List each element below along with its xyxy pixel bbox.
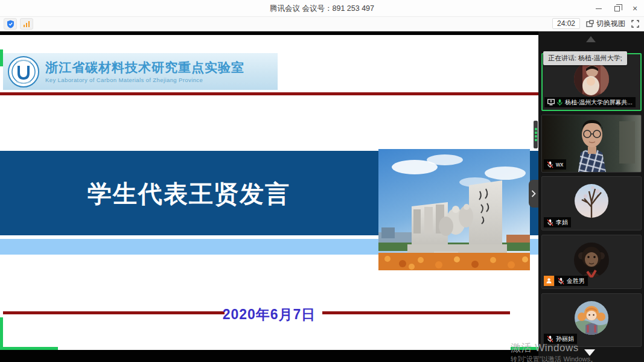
close-button[interactable]: × — [626, 0, 644, 17]
fullscreen-icon — [631, 20, 639, 28]
window-title: 腾讯会议 会议号：891 253 497 — [0, 4, 644, 14]
minimize-button[interactable] — [590, 0, 608, 17]
participant-name: 李娟 — [556, 218, 568, 227]
mic-muted-icon — [558, 278, 564, 285]
avatar — [574, 62, 609, 97]
slide-title-text: 学生代表王贤发言 — [88, 177, 290, 211]
participant-tile-3[interactable]: 李娟 — [541, 176, 642, 230]
share-border-segment — [0, 49, 3, 66]
windows-activation-watermark: 激活 Windows — [511, 341, 579, 355]
avatar — [574, 243, 609, 278]
share-border-segment — [0, 317, 3, 350]
mic-on-icon — [557, 99, 563, 106]
member-badge-icon — [544, 276, 554, 286]
close-icon: × — [633, 4, 637, 13]
avatar — [575, 301, 608, 335]
switch-view-button[interactable]: 切换视图 — [586, 19, 625, 29]
participant-tile-5[interactable]: 孙丽娟 — [541, 293, 642, 347]
participant-tile-wx[interactable]: wx — [541, 115, 642, 173]
windows-activation-watermark-sub: 转到“设置”以激活 Windows。 — [511, 355, 597, 362]
share-border-segment — [0, 347, 58, 350]
signal-bars-icon — [24, 21, 30, 27]
campus-monument-photo — [378, 149, 530, 270]
participant-name: 杨植-温州大学的屏幕共... — [565, 98, 633, 107]
lab-title-cn: 浙江省碳材料技术研究重点实验室 — [45, 60, 244, 75]
window-controls: × — [590, 0, 644, 17]
tencent-meeting-window: 腾讯会议 会议号：891 253 497 × 24:02 — [0, 0, 644, 362]
restore-button[interactable] — [608, 0, 626, 17]
meeting-timer: 24:02 — [552, 18, 580, 29]
slide-header-banner: 浙江省碳材料技术研究重点实验室 Key Laboratory of Carbon… — [3, 53, 278, 90]
slide-date: 2020年6月7日 — [0, 305, 538, 324]
avatar — [575, 184, 608, 218]
mic-muted-icon — [547, 219, 553, 226]
next-slide-button[interactable] — [529, 180, 538, 208]
shield-icon — [7, 20, 14, 28]
participants-sidebar: 正在讲话: 杨植-温州大学; — [538, 31, 644, 362]
network-status-button[interactable] — [20, 18, 33, 30]
scroll-up-arrow[interactable] — [586, 36, 596, 42]
chevron-right-icon — [531, 190, 536, 197]
lab-title-en: Key Laboratory of Carbon Materials of Zh… — [45, 77, 244, 83]
speaking-tooltip: 正在讲话: 杨植-温州大学; — [543, 51, 627, 65]
restore-icon — [614, 6, 620, 11]
mic-muted-icon — [547, 161, 553, 168]
title-bar: 腾讯会议 会议号：891 253 497 × — [0, 0, 644, 17]
meeting-toolbar: 24:02 切换视图 — [0, 17, 644, 31]
participant-name: wx — [556, 161, 563, 168]
meeting-security-button[interactable] — [4, 18, 17, 30]
participant-tile-4[interactable]: 金胜男 — [541, 235, 642, 289]
screen-share-icon — [547, 99, 555, 106]
switch-view-label: 切换视图 — [596, 19, 625, 29]
top-red-rule — [0, 92, 538, 95]
participant-name: 金胜男 — [567, 277, 585, 285]
minimize-icon — [596, 8, 602, 9]
edge-level-meter — [534, 121, 538, 148]
switch-view-icon — [586, 20, 594, 28]
university-logo — [8, 56, 39, 87]
shared-screen-area: 浙江省碳材料技术研究重点实验室 Key Laboratory of Carbon… — [0, 35, 538, 350]
fullscreen-button[interactable] — [631, 20, 639, 28]
